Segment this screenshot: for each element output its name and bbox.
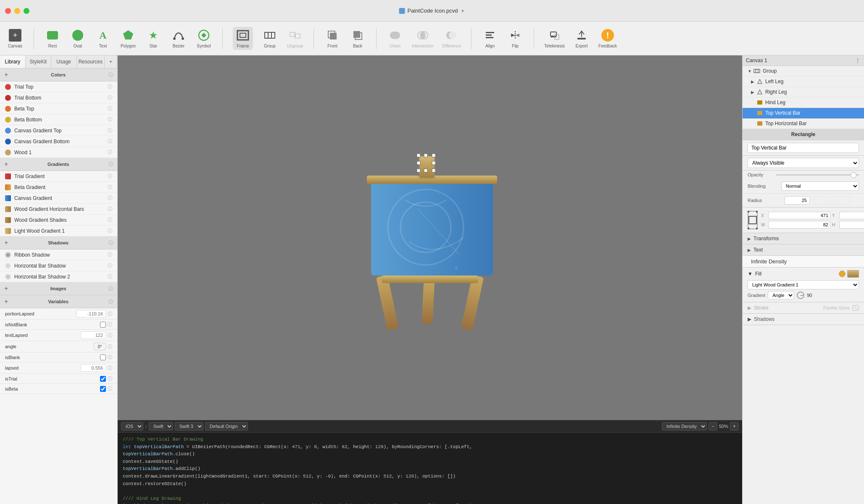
color-canvas-bottom[interactable]: Canvas Gradient Bottom ⓘ: [0, 136, 117, 147]
gradient-beta[interactable]: Beta Gradient ⓘ: [0, 182, 117, 193]
shadow-ribbon[interactable]: Ribbon Shadow ⓘ: [0, 249, 117, 260]
shadow-info[interactable]: ⓘ: [108, 252, 112, 258]
density-select[interactable]: Infinite Density: [662, 422, 707, 430]
var-info-istrial[interactable]: ⓘ: [108, 375, 112, 382]
variables-add-button[interactable]: +: [4, 298, 8, 305]
x-input[interactable]: [768, 212, 830, 219]
gradients-info-button[interactable]: ⓘ: [108, 161, 113, 168]
symbol-tool[interactable]: Symbol: [195, 29, 212, 48]
visibility-select[interactable]: Always Visible: [748, 158, 859, 168]
gradient-wood-shades[interactable]: Wood Gradient Shades ⓘ: [0, 215, 117, 226]
shadow-horiz-bar-2[interactable]: Horizontal Bar Shadow 2 ⓘ: [0, 271, 117, 282]
var-info-angle[interactable]: ⓘ: [108, 344, 112, 350]
shadow-info[interactable]: ⓘ: [108, 262, 112, 269]
colors-info-button[interactable]: ⓘ: [108, 72, 113, 78]
images-info-button[interactable]: ⓘ: [108, 286, 113, 292]
var-info-isbeta[interactable]: ⓘ: [108, 386, 112, 392]
color-wood1[interactable]: Wood 1 ⓘ: [0, 147, 117, 158]
color-info[interactable]: ⓘ: [108, 116, 112, 123]
frame-tool[interactable]: Frame: [233, 27, 253, 50]
var-checkbox-istrial[interactable]: [100, 376, 106, 382]
color-info[interactable]: ⓘ: [108, 127, 112, 134]
fill-gradient-select[interactable]: Light Wood Gradient 1: [748, 280, 859, 289]
fill-enable-circle[interactable]: [839, 270, 846, 277]
tree-left-leg[interactable]: ▶ Left Leg: [743, 76, 864, 87]
var-value-textlapsed[interactable]: [81, 331, 106, 339]
tab-add[interactable]: +: [105, 55, 117, 68]
swift-version-select[interactable]: Swift 3: [175, 422, 203, 430]
w-input[interactable]: [768, 221, 830, 228]
var-info-textlapsed[interactable]: ⓘ: [108, 332, 112, 339]
shadows-add-button[interactable]: +: [4, 239, 8, 247]
gradient-info[interactable]: ⓘ: [108, 195, 112, 201]
color-canvas-top[interactable]: Canvas Gradient Top ⓘ: [0, 125, 117, 136]
var-info-lapsed[interactable]: ⓘ: [108, 365, 112, 371]
flip-tool[interactable]: Flip: [507, 29, 524, 48]
color-trial-bottom[interactable]: Trial Bottom ⓘ: [0, 92, 117, 103]
color-trial-top[interactable]: Trial Top ⓘ: [0, 81, 117, 92]
radius-main-input[interactable]: [785, 196, 810, 205]
zoom-minus[interactable]: −: [709, 422, 717, 430]
gradient-type-select[interactable]: Angle: [768, 291, 794, 299]
var-checkbox-isblank[interactable]: [100, 354, 106, 360]
color-info[interactable]: ⓘ: [108, 105, 112, 112]
gradient-info[interactable]: ⓘ: [108, 173, 112, 179]
color-info[interactable]: ⓘ: [108, 84, 112, 90]
var-info-isblank[interactable]: ⓘ: [108, 354, 112, 360]
shadows-info-button[interactable]: ⓘ: [108, 240, 113, 246]
close-button[interactable]: [5, 8, 11, 14]
gradient-light-wood[interactable]: Light Wood Gradient 1 ⓘ: [0, 226, 117, 236]
color-info[interactable]: ⓘ: [108, 138, 112, 144]
y-input[interactable]: [839, 212, 864, 219]
tree-right-leg[interactable]: ▶ Right Leg: [743, 87, 864, 97]
target-select[interactable]: iOS: [121, 422, 143, 430]
var-value-portionlapsed[interactable]: [76, 310, 106, 318]
language-select[interactable]: Swift: [149, 422, 173, 430]
tab-usage[interactable]: Usage: [51, 55, 77, 68]
canvas-options[interactable]: ⋮: [855, 57, 861, 64]
color-beta-top[interactable]: Beta Top ⓘ: [0, 103, 117, 114]
tree-top-horizontal-bar[interactable]: Top Horizontal Bar: [743, 118, 864, 129]
polygon-tool[interactable]: Polygon: [120, 29, 137, 48]
gradient-info[interactable]: ⓘ: [108, 228, 112, 234]
gradient-trial[interactable]: Trial Gradient ⓘ: [0, 171, 117, 182]
tree-hind-leg[interactable]: Hind Leg: [743, 97, 864, 108]
canvas-tool[interactable]: + Canvas: [7, 29, 24, 48]
telekinesis-tool[interactable]: Telekinesis: [544, 29, 565, 48]
h-input[interactable]: [839, 221, 864, 228]
tree-top-vertical-bar[interactable]: Top Vertical Bar: [743, 108, 864, 118]
gradient-wood-horiz[interactable]: Wood Gradient Horizontal Bars ⓘ: [0, 204, 117, 215]
text-tool[interactable]: A Text: [95, 29, 111, 48]
union-tool[interactable]: Union: [387, 29, 403, 48]
var-checkbox-isnotblank[interactable]: [100, 322, 106, 328]
name-input[interactable]: [748, 143, 859, 153]
radius-corner-tl[interactable]: [813, 196, 830, 205]
blending-select[interactable]: Normal: [781, 181, 859, 191]
export-tool[interactable]: Export: [573, 29, 590, 48]
tab-library[interactable]: Library: [0, 55, 26, 68]
zoom-plus[interactable]: +: [730, 422, 739, 430]
var-value-lapsed[interactable]: [81, 364, 106, 372]
rect-tool[interactable]: Rect: [44, 29, 61, 48]
difference-tool[interactable]: Difference: [442, 29, 461, 48]
color-info[interactable]: ⓘ: [108, 94, 112, 101]
color-info[interactable]: ⓘ: [108, 149, 112, 155]
transforms-section[interactable]: ▶ Transforms: [743, 233, 864, 244]
oval-tool[interactable]: Oval: [69, 29, 86, 48]
color-beta-bottom[interactable]: Beta Bottom ⓘ: [0, 114, 117, 125]
colors-add-button[interactable]: +: [4, 71, 8, 79]
canvas-view[interactable]: 🖋: [118, 55, 742, 420]
text-section-header[interactable]: ▶ Text: [743, 244, 864, 256]
bezier-tool[interactable]: Bezier: [170, 29, 187, 48]
minimize-button[interactable]: [14, 8, 20, 14]
gradient-info[interactable]: ⓘ: [108, 206, 112, 212]
tree-group[interactable]: ▼ Group: [743, 66, 864, 76]
group-tool[interactable]: Group: [261, 29, 278, 48]
opacity-slider[interactable]: [776, 174, 859, 176]
var-checkbox-isbeta[interactable]: [100, 386, 106, 392]
shadow-horiz-bar[interactable]: Horizontal Bar Shadow ⓘ: [0, 260, 117, 271]
angle-dial[interactable]: [797, 291, 804, 299]
gradient-info[interactable]: ⓘ: [108, 217, 112, 223]
variables-info-button[interactable]: ⓘ: [108, 299, 113, 305]
origin-select[interactable]: Default Origin: [205, 422, 248, 430]
